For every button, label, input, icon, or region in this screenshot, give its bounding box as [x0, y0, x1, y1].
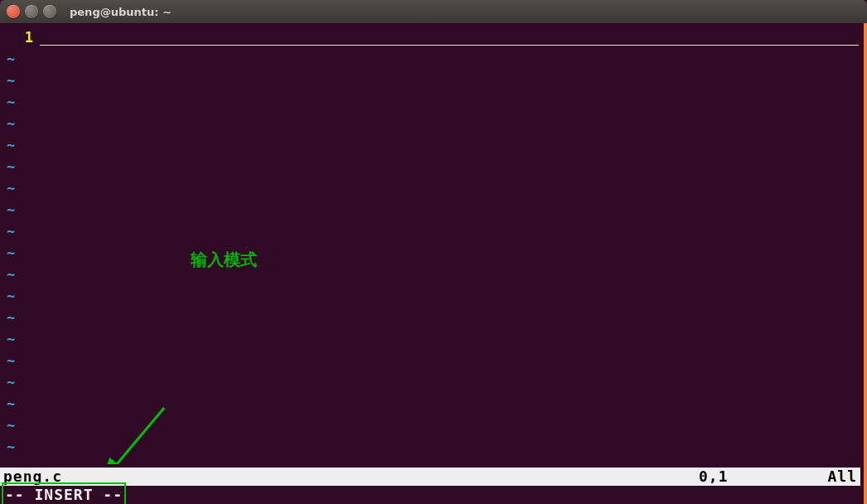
empty-line-tilde: ~ — [5, 156, 859, 177]
empty-line-tilde: ~ — [5, 264, 859, 285]
window-titlebar: peng@ubuntu: ~ — [0, 0, 867, 23]
empty-line-tilde: ~ — [5, 113, 859, 134]
empty-line-tilde: ~ — [5, 328, 859, 350]
empty-line-tilde: ~ — [5, 220, 859, 242]
empty-line-tilde: ~ — [5, 414, 859, 436]
empty-line-tilde: ~ — [5, 436, 859, 458]
close-icon[interactable] — [7, 5, 20, 18]
empty-line-tilde: ~ — [5, 134, 859, 156]
status-scroll: All — [827, 466, 857, 487]
empty-line-tilde: ~ — [5, 177, 859, 199]
empty-line-tilde: ~ — [5, 242, 859, 264]
editor-line: 1 — [5, 27, 859, 48]
mode-indicator: -- INSERT -- — [2, 482, 126, 504]
window-title: peng@ubuntu: ~ — [70, 6, 172, 18]
empty-line-tilde: ~ — [5, 285, 859, 307]
line-content[interactable] — [40, 27, 859, 48]
empty-line-tilde: ~ — [5, 70, 859, 91]
empty-line-tilde: ~ — [5, 393, 859, 414]
terminal-body[interactable]: 1 ~~~~~~~~~~~~~~~~~~~ 输入模式 peng.c 0,1 — [0, 23, 867, 504]
empty-line-tilde: ~ — [5, 350, 859, 371]
empty-line-tilde: ~ — [5, 307, 859, 328]
vim-statusline: peng.c 0,1 All — [0, 468, 860, 486]
minimize-icon[interactable] — [25, 5, 38, 18]
cursor-line-underline — [40, 45, 859, 46]
vim-modeline: -- INSERT -- — [0, 486, 860, 504]
empty-line-tilde: ~ — [5, 48, 859, 70]
annotation-label: 输入模式 — [191, 249, 257, 270]
empty-line-tilde: ~ — [5, 371, 859, 393]
empty-line-tilde: ~ — [5, 199, 859, 220]
vim-editor-area[interactable]: 1 ~~~~~~~~~~~~~~~~~~~ 输入模式 — [5, 27, 859, 464]
terminal-window: peng@ubuntu: ~ 1 ~~~~~~~~~~~~~~~~~~~ 输入模… — [0, 0, 867, 504]
status-position: 0,1 — [699, 466, 729, 487]
maximize-icon[interactable] — [43, 5, 56, 18]
line-number: 1 — [5, 27, 40, 48]
empty-line-tilde: ~ — [5, 91, 859, 113]
